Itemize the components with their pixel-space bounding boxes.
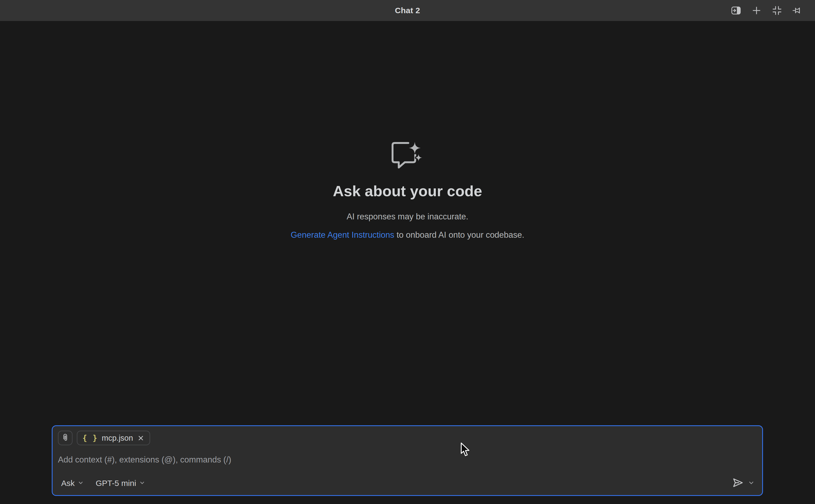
empty-state: Ask about your code AI responses may be … xyxy=(0,141,815,240)
paper-plane-icon xyxy=(732,477,744,490)
composer-attachments-row: { } mcp.json xyxy=(58,431,757,445)
composer-controls-row: Ask GPT-5 mini xyxy=(58,477,757,490)
ai-disclaimer-text: AI responses may be inaccurate. xyxy=(347,212,468,222)
message-input[interactable]: Add context (#), extensions (@), command… xyxy=(58,454,757,465)
paperclip-icon xyxy=(60,433,70,443)
send-group xyxy=(732,477,757,490)
empty-state-heading: Ask about your code xyxy=(333,182,482,200)
pin-icon xyxy=(792,5,803,16)
generate-agent-instructions-link[interactable]: Generate Agent Instructions xyxy=(291,230,394,240)
chevron-down-icon xyxy=(748,479,755,487)
onboard-suffix-text: to onboard AI onto your codebase. xyxy=(394,230,524,240)
plus-icon xyxy=(751,5,762,16)
ai-chat-panel: Chat 2 xyxy=(0,0,815,504)
remove-context-button[interactable] xyxy=(137,434,144,442)
collapse-icon xyxy=(771,5,783,16)
chevron-down-icon xyxy=(139,479,145,488)
titlebar-actions xyxy=(730,0,803,21)
pin-button[interactable] xyxy=(792,5,803,16)
context-chip-filename: mcp.json xyxy=(102,434,133,443)
mode-selector[interactable]: Ask xyxy=(61,479,84,488)
dock-panel-button[interactable] xyxy=(730,5,742,16)
new-chat-button[interactable] xyxy=(751,5,762,16)
model-selector-label: GPT-5 mini xyxy=(96,479,136,488)
chevron-down-icon xyxy=(78,479,84,488)
send-button[interactable] xyxy=(732,477,744,490)
chat-composer[interactable]: { } mcp.json Add context (#), extensions… xyxy=(52,425,763,496)
mode-selector-label: Ask xyxy=(61,479,75,488)
send-options-button[interactable] xyxy=(748,479,755,487)
dock-panel-right-icon xyxy=(730,5,742,16)
onboard-line: Generate Agent Instructions to onboard A… xyxy=(291,230,524,240)
context-chip-mcp-json[interactable]: { } mcp.json xyxy=(77,431,150,445)
chat-tab-title: Chat 2 xyxy=(395,6,420,15)
model-selector[interactable]: GPT-5 mini xyxy=(96,479,145,488)
attach-file-button[interactable] xyxy=(58,431,72,445)
titlebar: Chat 2 xyxy=(0,0,815,21)
chat-sparkles-icon xyxy=(391,141,424,170)
collapse-button[interactable] xyxy=(771,5,783,16)
json-file-icon: { } xyxy=(82,434,98,443)
